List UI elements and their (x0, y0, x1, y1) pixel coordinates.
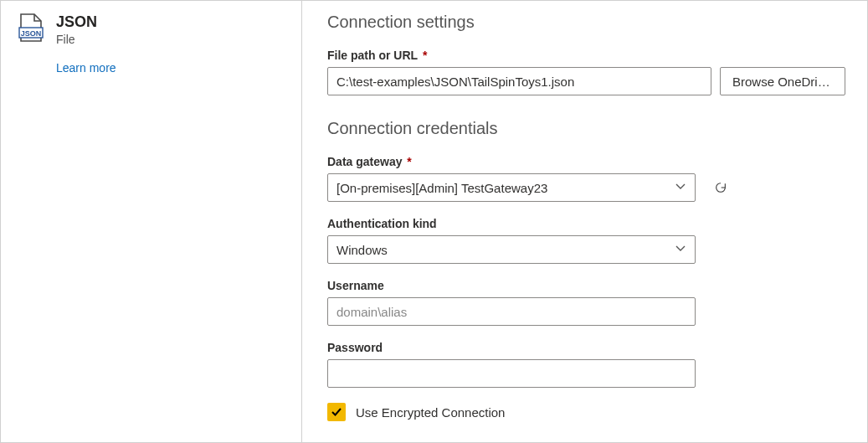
checkmark-icon (331, 406, 342, 418)
refresh-icon (714, 178, 727, 197)
dialog: JSON JSON File Learn more Connection set… (0, 0, 868, 443)
gateway-select[interactable]: [On-premises][Admin] TestGateway23 (327, 173, 696, 202)
file-path-label: File path or URL * (327, 49, 845, 62)
file-path-row: Browse OneDrive... (327, 67, 845, 95)
gateway-field: Data gateway * [On-premises][Admin] Test… (327, 155, 845, 202)
main-panel: Connection settings File path or URL * B… (302, 1, 867, 442)
learn-more-container: Learn more (56, 61, 285, 75)
auth-kind-field: Authentication kind Windows (327, 217, 845, 264)
password-label: Password (327, 341, 845, 354)
connector-subtitle: File (56, 33, 97, 46)
learn-more-link[interactable]: Learn more (56, 61, 116, 75)
username-label: Username (327, 279, 845, 292)
encrypted-connection-row: Use Encrypted Connection (327, 403, 845, 421)
connection-settings-heading: Connection settings (327, 13, 845, 32)
connector-title: JSON (56, 13, 97, 31)
auth-kind-selected-value: Windows (336, 243, 388, 257)
username-field: Username (327, 279, 845, 326)
password-field: Password (327, 341, 845, 388)
json-file-icon: JSON (18, 13, 44, 43)
password-input[interactable] (327, 359, 696, 388)
chevron-down-icon (675, 243, 686, 257)
browse-onedrive-button[interactable]: Browse OneDrive... (720, 67, 845, 95)
auth-kind-select[interactable]: Windows (327, 235, 696, 264)
required-asterisk: * (419, 49, 427, 62)
file-path-input[interactable] (327, 67, 711, 95)
required-asterisk: * (403, 155, 411, 168)
connection-credentials-heading: Connection credentials (327, 119, 845, 138)
auth-kind-label: Authentication kind (327, 217, 845, 230)
sidebar: JSON JSON File Learn more (1, 1, 302, 442)
gateway-selected-value: [On-premises][Admin] TestGateway23 (336, 181, 547, 195)
gateway-label: Data gateway * (327, 155, 845, 168)
connector-header: JSON JSON File (18, 13, 285, 46)
refresh-gateway-button[interactable] (709, 176, 732, 199)
encrypted-connection-checkbox[interactable] (327, 403, 346, 421)
username-input[interactable] (327, 297, 696, 326)
encrypted-connection-label: Use Encrypted Connection (356, 405, 505, 420)
chevron-down-icon (675, 181, 686, 195)
svg-text:JSON: JSON (21, 29, 42, 38)
